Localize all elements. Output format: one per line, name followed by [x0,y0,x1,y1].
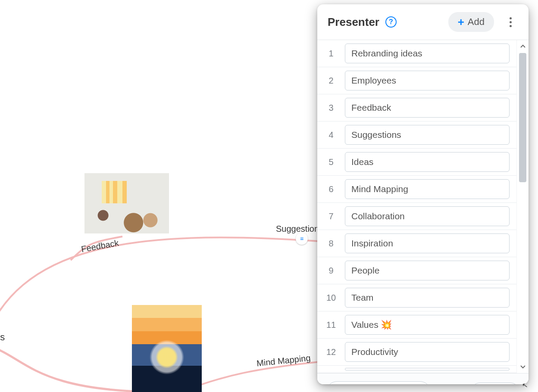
slide-number: 6 [317,184,345,194]
more-menu-button[interactable] [503,14,518,30]
slide-row[interactable]: 2Employees [317,67,516,94]
scrollbar[interactable] [516,40,529,373]
slide-title[interactable]: Feedback [345,98,510,118]
slide-number: 8 [317,239,345,249]
slide-title[interactable]: Productivity [345,342,510,362]
slide-number: 2 [317,76,345,86]
slide-nav [470,383,520,384]
slide-number: 12 [317,347,345,357]
node-note-icon[interactable]: ≡ [296,233,308,245]
slide-title[interactable]: Collaboration [345,206,510,226]
prev-slide-button[interactable] [471,383,495,384]
slide-number: 9 [317,266,345,276]
help-icon[interactable]: ? [385,16,397,28]
slide-title[interactable]: Inspiration [345,233,510,253]
slide-number: 11 [317,320,345,330]
slide-number: 4 [317,130,345,140]
mindmap-image-feedback[interactable] [84,173,169,233]
slide-row[interactable]: 11Values 💥 [317,311,516,339]
slide-row[interactable]: 3Feedback [317,94,516,121]
slide-row[interactable]: 10Team [317,284,516,311]
slide-list[interactable]: 1Rebranding ideas2Employees3Feedback4Sug… [317,40,516,373]
slide-row[interactable]: 1Rebranding ideas [317,40,516,67]
scroll-thumb[interactable] [519,53,526,182]
slide-title[interactable] [345,368,510,370]
slide-title[interactable]: Ideas [345,152,510,172]
slide-row[interactable]: 4Suggestions [317,121,516,149]
slide-number: 10 [317,293,345,303]
scroll-down-icon[interactable] [517,361,529,373]
mindmap-node-partial[interactable]: es [0,332,5,343]
slide-row[interactable]: 5Ideas [317,149,516,176]
presenter-header: Presenter ? + Add [317,4,529,40]
note-icon: ≡ [300,235,303,242]
slide-title[interactable]: Values 💥 [345,315,510,335]
slide-row[interactable]: 8Inspiration [317,230,516,257]
add-button-label: Add [468,16,485,28]
slide-row[interactable] [317,366,516,373]
slide-title[interactable]: Employees [345,71,510,90]
slide-title[interactable]: Suggestions [345,125,510,145]
mindmap-node-suggestions[interactable]: Suggestions [276,224,323,234]
slide-number: 7 [317,212,345,221]
next-slide-button[interactable] [495,383,519,384]
plus-icon: + [458,16,464,28]
slide-row[interactable]: 9People [317,257,516,284]
slide-number: 5 [317,157,345,167]
add-slide-button[interactable]: + Add [448,12,494,32]
slide-title[interactable]: Team [345,288,510,308]
presenter-panel: Presenter ? + Add 1Rebranding ideas2Empl… [317,4,529,384]
slide-row[interactable]: 6Mind Mapping [317,176,516,203]
slide-title[interactable]: Mind Mapping [345,179,510,199]
slide-number: 3 [317,103,345,113]
mindmap-image-idea[interactable] [132,305,202,392]
scroll-up-icon[interactable] [517,40,529,52]
slide-row[interactable]: 12Productivity [317,339,516,366]
slide-title[interactable]: Rebranding ideas [345,44,510,63]
presenter-footer: Start presenting [317,373,529,384]
presenter-title: Presenter [328,16,379,29]
slide-title[interactable]: People [345,261,510,280]
slide-row[interactable]: 7Collaboration [317,203,516,230]
slide-number: 1 [317,49,345,59]
slide-list-container: 1Rebranding ideas2Employees3Feedback4Sug… [317,40,529,373]
start-presenting-button[interactable]: Start presenting [326,381,431,384]
